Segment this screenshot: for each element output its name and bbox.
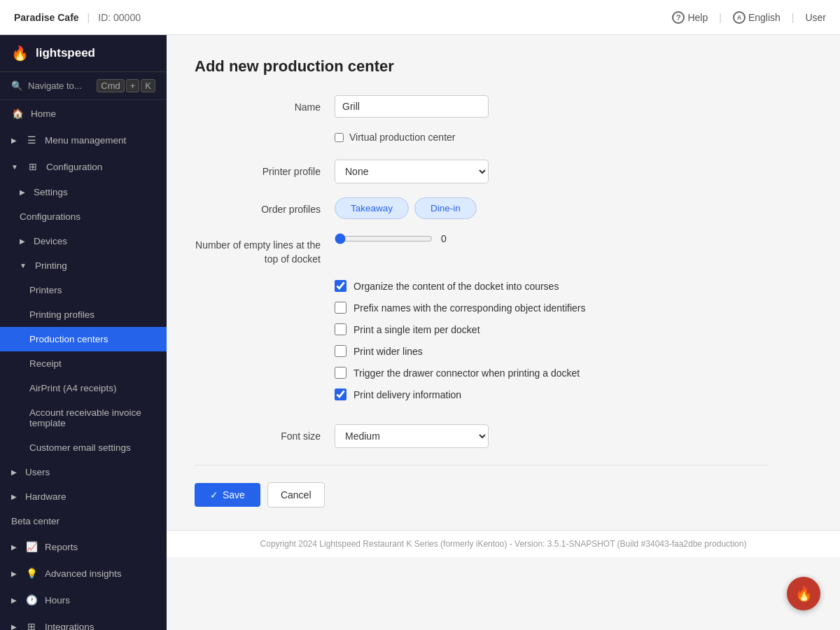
check-single-item: Print a single item per docket: [335, 323, 769, 335]
empty-lines-label: Number of empty lines at the top of dock…: [195, 233, 335, 266]
fab-button[interactable]: 🔥: [787, 577, 820, 610]
sidebar-item-hardware[interactable]: ▶ Hardware: [0, 484, 167, 509]
sidebar-item-label: Integrations: [45, 622, 94, 631]
sidebar-item-printing-profiles[interactable]: Printing profiles: [0, 302, 167, 327]
reports-icon: 📈: [25, 540, 38, 553]
single-item-checkbox[interactable]: [335, 323, 346, 335]
sidebar-item-label: Hours: [45, 595, 70, 606]
sidebar-item-hours[interactable]: ▶ 🕐 Hours: [0, 587, 167, 613]
kbd-plus: +: [126, 79, 140, 92]
printer-profile-select[interactable]: None: [335, 160, 489, 183]
single-item-label[interactable]: Print a single item per docket: [354, 324, 480, 335]
save-label: Save: [223, 489, 245, 500]
name-input[interactable]: [335, 95, 489, 118]
kbd-k: K: [141, 79, 155, 92]
sidebar-item-label: Advanced insights: [45, 568, 122, 579]
sidebar-item-reports[interactable]: ▶ 📈 Reports: [0, 533, 167, 560]
topbar-sep2: |: [719, 12, 722, 23]
order-profiles-control: Takeaway Dine-in: [335, 197, 769, 219]
order-profiles-row: Order profiles Takeaway Dine-in: [195, 197, 769, 219]
sidebar-item-receipt[interactable]: Receipt: [0, 351, 167, 376]
checkboxes-label-spacer: [195, 280, 335, 286]
trigger-drawer-checkbox[interactable]: [335, 367, 346, 379]
sidebar-item-label: Menu management: [45, 135, 126, 146]
check-print-delivery: Print delivery information: [335, 388, 769, 400]
organize-courses-checkbox[interactable]: [335, 280, 346, 292]
sidebar-item-beta-center[interactable]: Beta center: [0, 509, 167, 533]
chevron-icon: ▼: [20, 262, 27, 270]
printer-profile-control: None: [335, 160, 769, 183]
print-delivery-checkbox[interactable]: [335, 388, 346, 400]
cafe-id: ID: 00000: [98, 12, 141, 23]
trigger-drawer-label[interactable]: Trigger the drawer connector when printi…: [354, 368, 580, 379]
sidebar-item-users[interactable]: ▶ Users: [0, 460, 167, 484]
sidebar-logo[interactable]: 🔥 lightspeed: [0, 35, 167, 72]
language-button[interactable]: A English: [733, 11, 780, 24]
sidebar-item-label: Users: [25, 467, 50, 477]
sidebar-item-menu-management[interactable]: ▶ ☰ Menu management: [0, 127, 167, 153]
check-trigger-drawer: Trigger the drawer connector when printi…: [335, 367, 769, 379]
slider-row: 0: [335, 233, 769, 244]
button-row: ✓ Save Cancel: [195, 482, 769, 507]
sidebar-item-home[interactable]: 🏠 Home: [0, 100, 167, 127]
virtual-label[interactable]: Virtual production center: [349, 132, 456, 143]
takeaway-button[interactable]: Takeaway: [335, 197, 409, 219]
font-size-select[interactable]: Small Medium Large: [335, 424, 489, 448]
topbar-separator: |: [88, 12, 90, 23]
chevron-icon: ▶: [11, 493, 17, 500]
sidebar-item-integrations[interactable]: ▶ ⊞ Integrations: [0, 613, 167, 630]
save-button[interactable]: ✓ Save: [195, 483, 260, 507]
sidebar-item-label: Printers: [29, 285, 62, 295]
sidebar-item-customer-email[interactable]: Customer email settings: [0, 435, 167, 460]
home-icon: 🏠: [11, 107, 24, 120]
dinein-button[interactable]: Dine-in: [414, 197, 477, 219]
order-profiles-toggle-group: Takeaway Dine-in: [335, 197, 769, 219]
sidebar-item-label: Configuration: [46, 162, 102, 172]
font-size-label: Font size: [195, 424, 335, 444]
empty-lines-slider[interactable]: [335, 233, 433, 244]
sidebar-item-account-receivable[interactable]: Account receivable invoice template: [0, 400, 167, 435]
form-divider: [195, 465, 769, 465]
user-menu[interactable]: User: [805, 12, 826, 23]
sidebar-item-label: Beta center: [11, 516, 59, 526]
insights-icon: 💡: [25, 567, 38, 580]
empty-lines-control: 0: [335, 233, 769, 244]
sidebar-item-production-centers[interactable]: Production centers: [0, 327, 167, 351]
virtual-checkbox[interactable]: [335, 133, 344, 142]
wider-lines-label[interactable]: Print wider lines: [354, 346, 423, 357]
navigate-button[interactable]: 🔍 Navigate to... Cmd + K: [0, 72, 167, 100]
chevron-icon: ▶: [11, 136, 17, 144]
sidebar-item-printers[interactable]: Printers: [0, 278, 167, 302]
virtual-control: Virtual production center: [335, 132, 769, 146]
prefix-names-checkbox[interactable]: [335, 302, 346, 314]
checkboxes-control: Organize the content of the docket into …: [335, 280, 769, 410]
sidebar: 🔥 lightspeed 🔍 Navigate to... Cmd + K 🏠 …: [0, 35, 167, 630]
help-button[interactable]: ? Help: [672, 11, 708, 24]
sidebar-item-label: Account receivable invoice template: [29, 407, 155, 428]
chevron-icon: ▼: [11, 163, 18, 171]
sidebar-item-printing[interactable]: ▼ Printing: [0, 253, 167, 278]
sidebar-item-label: Devices: [34, 236, 67, 246]
chevron-icon: ▶: [20, 237, 25, 245]
organize-courses-label[interactable]: Organize the content of the docket into …: [354, 281, 559, 292]
sidebar-item-configuration[interactable]: ▼ ⊞ Configuration: [0, 153, 167, 180]
sidebar-item-configurations[interactable]: Configurations: [0, 204, 167, 229]
sidebar-item-label: Configurations: [20, 211, 80, 222]
lang-icon: A: [733, 11, 746, 24]
print-delivery-label[interactable]: Print delivery information: [354, 389, 461, 400]
wider-lines-checkbox[interactable]: [335, 345, 346, 357]
sidebar-item-airprint[interactable]: AirPrint (A4 receipts): [0, 376, 167, 400]
cancel-button[interactable]: Cancel: [267, 482, 325, 507]
sidebar-item-label: Printing: [35, 260, 67, 271]
footer-text: Copyright 2024 Lightspeed Restaurant K S…: [260, 539, 747, 549]
sidebar-item-devices[interactable]: ▶ Devices: [0, 229, 167, 253]
sidebar-item-settings[interactable]: ▶ Settings: [0, 180, 167, 204]
prefix-names-label[interactable]: Prefix names with the corresponding obje…: [354, 302, 586, 314]
sidebar-item-advanced-insights[interactable]: ▶ 💡 Advanced insights: [0, 560, 167, 587]
sidebar-item-label: Hardware: [25, 491, 66, 502]
help-icon: ?: [672, 11, 685, 24]
virtual-label-spacer: [195, 132, 335, 137]
chevron-icon: ▶: [11, 596, 17, 604]
save-checkmark-icon: ✓: [210, 489, 218, 500]
sidebar-item-label: Home: [31, 108, 56, 119]
